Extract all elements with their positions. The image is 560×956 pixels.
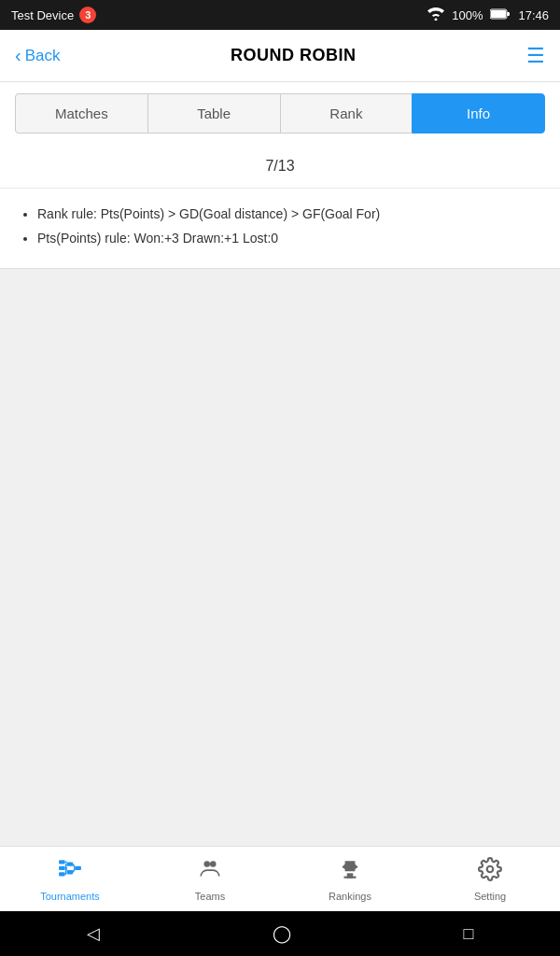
rule-item-1: Rank rule: Pts(Points) > GD(Goal distanc… [37,204,541,224]
tab-matches[interactable]: Matches [15,93,147,134]
notification-badge: 3 [79,7,96,23]
tab-info[interactable]: Info [412,93,545,134]
svg-point-17 [204,861,211,867]
status-bar-right: 100% 17:46 [427,7,549,23]
tab-bar: Matches Table Rank Info [15,93,545,134]
svg-rect-2 [507,12,510,16]
tournaments-label: Tournaments [40,891,100,902]
svg-rect-4 [59,865,65,869]
back-button[interactable]: ‹ Back [15,45,60,66]
back-label: Back [25,47,61,65]
svg-point-18 [210,861,217,867]
info-body: Rank rule: Pts(Points) > GD(Goal distanc… [0,189,560,268]
svg-rect-1 [491,10,506,18]
rankings-label: Rankings [329,891,371,902]
bottom-nav-rankings[interactable]: Rankings [280,847,420,911]
status-bar-left: Test Device 3 [11,7,96,23]
android-nav-bar: ◁ ◯ □ [0,911,560,956]
info-card: 7/13 Rank rule: Pts(Points) > GD(Goal di… [0,145,560,269]
teams-label: Teams [195,891,225,902]
menu-icon[interactable]: ☰ [526,44,545,68]
svg-rect-3 [59,860,65,864]
svg-rect-6 [67,862,74,865]
svg-line-15 [73,864,75,867]
setting-label: Setting [474,891,506,902]
svg-rect-8 [75,865,81,869]
tab-table[interactable]: Table [147,93,280,134]
device-name: Test Device [11,8,74,22]
bottom-nav-tournaments[interactable]: Tournaments [0,847,140,911]
status-bar: Test Device 3 100% 17:46 [0,0,560,30]
info-header: 7/13 [0,145,560,189]
teams-icon [198,857,222,887]
svg-point-21 [487,865,494,872]
back-chevron-icon: ‹ [15,45,21,66]
rule-item-2: Pts(Points) rule: Won:+3 Drawn:+1 Lost:0 [37,228,541,248]
bottom-nav-teams[interactable]: Teams [140,847,280,911]
page-title: ROUND ROBIN [231,46,357,65]
time: 17:46 [518,8,549,22]
tournaments-icon [58,857,82,887]
bottom-nav-setting[interactable]: Setting [420,847,560,911]
setting-icon [478,857,502,887]
battery-percent: 100% [452,8,483,22]
battery-icon [490,8,511,22]
svg-rect-20 [344,876,357,878]
svg-line-16 [73,867,75,871]
nav-bar: ‹ Back ROUND ROBIN ☰ [0,30,560,82]
bottom-nav: Tournaments Teams Rankings [0,846,560,911]
tab-rank[interactable]: Rank [280,93,413,134]
svg-rect-7 [67,870,74,874]
wifi-icon [427,7,444,23]
main-content: 7/13 Rank rule: Pts(Points) > GD(Goal di… [0,145,560,846]
rankings-icon [338,857,362,887]
svg-rect-5 [59,872,65,876]
android-recents-button[interactable]: □ [464,924,474,944]
android-back-button[interactable]: ◁ [87,923,100,944]
android-home-button[interactable]: ◯ [273,923,291,944]
